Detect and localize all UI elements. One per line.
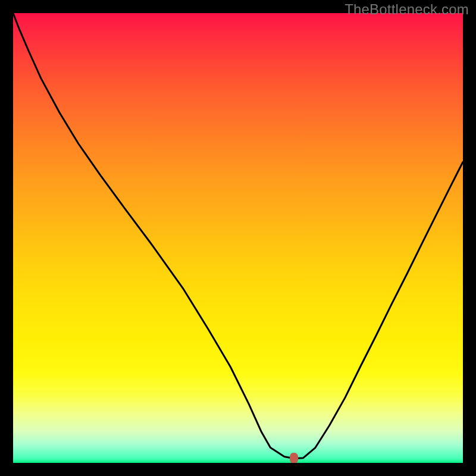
bottleneck-curve — [13, 13, 463, 463]
watermark-text: TheBottleneck.com — [345, 1, 469, 18]
optimal-point-marker — [290, 453, 298, 463]
chart-stage: TheBottleneck.com — [0, 0, 476, 476]
plot-area — [13, 13, 463, 463]
